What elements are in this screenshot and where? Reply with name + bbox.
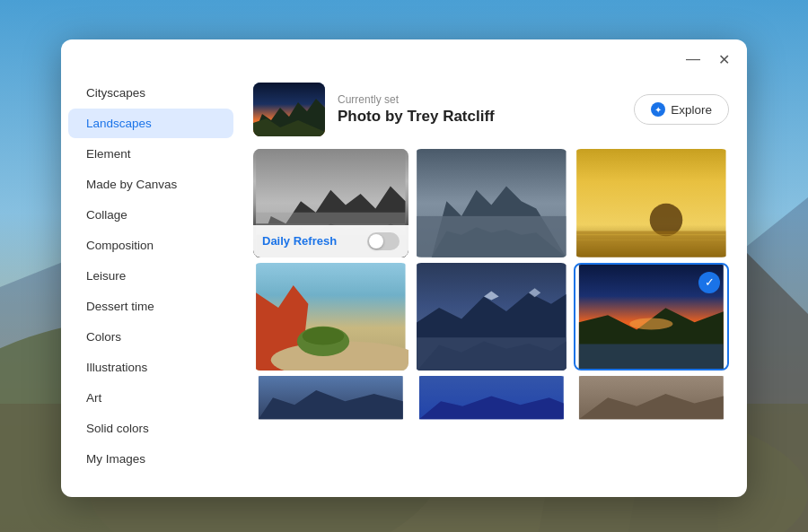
- sidebar-item-colors[interactable]: Colors: [68, 322, 233, 352]
- sidebar-item-art[interactable]: Art: [68, 383, 233, 413]
- sidebar-item-dessert-time[interactable]: Dessert time: [68, 292, 233, 321]
- image-grid: Daily Refresh: [253, 149, 729, 484]
- sidebar-item-made-by-canvas[interactable]: Made by Canvas: [68, 170, 233, 199]
- grid-cell-7[interactable]: [253, 376, 408, 419]
- grid-cell-8[interactable]: [414, 376, 569, 419]
- currently-set-info: Currently set Photo by Trey Ratcliff: [338, 93, 495, 126]
- sidebar-item-cityscapes[interactable]: Cityscapes: [68, 78, 233, 108]
- sidebar-item-element[interactable]: Element: [68, 139, 233, 169]
- sidebar-item-illustrations[interactable]: Illustrations: [68, 353, 233, 382]
- sidebar-item-landscapes[interactable]: Landscapes: [68, 109, 233, 138]
- daily-refresh-toggle[interactable]: [367, 232, 400, 250]
- sidebar-item-my-images[interactable]: My Images: [68, 444, 233, 474]
- sidebar-item-composition[interactable]: Composition: [68, 231, 233, 260]
- grid-cell-9[interactable]: [574, 376, 729, 419]
- sidebar-item-collage[interactable]: Collage: [68, 200, 233, 230]
- grid-cell-5[interactable]: [414, 263, 569, 371]
- svg-point-37: [630, 318, 673, 329]
- current-wallpaper-thumbnail: [253, 83, 325, 136]
- currently-set-bar: Currently set Photo by Trey Ratcliff ✦ E…: [253, 83, 729, 136]
- close-button[interactable]: ✕: [713, 48, 734, 70]
- svg-point-28: [303, 327, 345, 344]
- currently-set-name: Photo by Trey Ratcliff: [338, 108, 495, 126]
- grid-cell-2[interactable]: [414, 149, 569, 257]
- explore-button[interactable]: ✦ Explore: [634, 94, 729, 125]
- explore-label: Explore: [671, 103, 712, 117]
- currently-set-label: Currently set: [338, 93, 495, 106]
- daily-refresh-label: Daily Refresh: [262, 234, 337, 248]
- currently-set-left: Currently set Photo by Trey Ratcliff: [253, 83, 495, 136]
- grid-cell-1[interactable]: Daily Refresh: [253, 149, 408, 257]
- sidebar-item-leisure[interactable]: Leisure: [68, 261, 233, 291]
- selected-check: ✓: [698, 272, 720, 293]
- grid-cell-6[interactable]: ✓: [574, 263, 729, 371]
- titlebar: — ✕: [61, 39, 747, 70]
- minimize-button[interactable]: —: [682, 48, 704, 70]
- main-content: Currently set Photo by Trey Ratcliff ✦ E…: [241, 70, 747, 497]
- daily-refresh-overlay: Daily Refresh: [253, 225, 408, 257]
- grid-cell-4[interactable]: [253, 263, 408, 371]
- wallpaper-dialog: — ✕ Cityscapes Landscapes Element Made b…: [61, 39, 747, 497]
- explore-icon: ✦: [651, 102, 665, 117]
- sidebar: Cityscapes Landscapes Element Made by Ca…: [61, 70, 241, 497]
- grid-cell-3[interactable]: [574, 149, 729, 257]
- dialog-body: Cityscapes Landscapes Element Made by Ca…: [61, 70, 747, 497]
- sidebar-item-solid-colors[interactable]: Solid colors: [68, 414, 233, 443]
- svg-rect-38: [579, 344, 724, 369]
